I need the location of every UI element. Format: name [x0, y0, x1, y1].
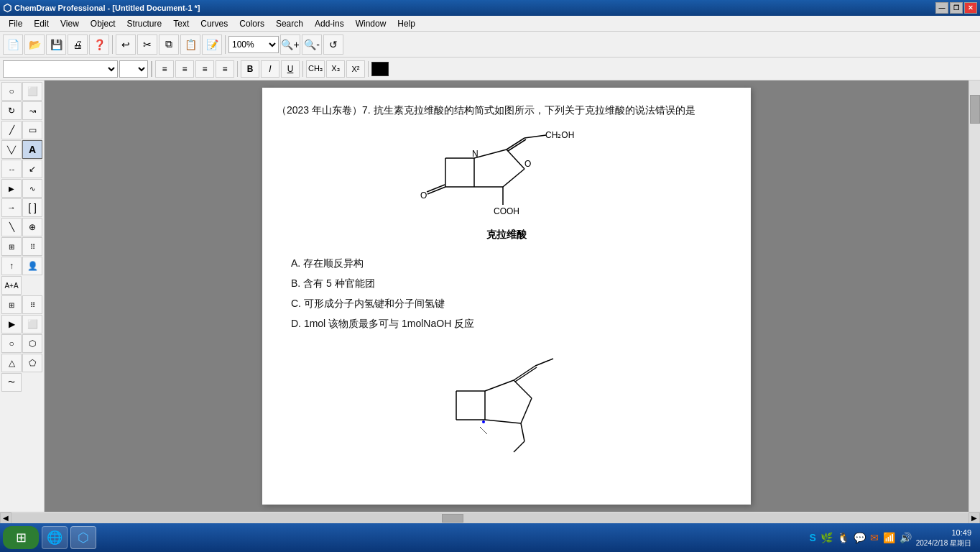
volume-tray-icon[interactable]: 🔊: [900, 532, 912, 543]
menu-structure[interactable]: Structure: [121, 17, 168, 30]
undo-button[interactable]: ↩: [116, 34, 136, 55]
save-button[interactable]: 💾: [46, 34, 66, 55]
menu-help[interactable]: Help: [392, 17, 421, 30]
browser-tray-icon[interactable]: 🌿: [820, 532, 833, 543]
title-text: ChemDraw Professional - [Untitled Docume…: [14, 4, 200, 12]
dots-tool[interactable]: ⠿: [22, 295, 42, 314]
skype-tray-icon[interactable]: S: [809, 532, 815, 543]
up-arrow-tool[interactable]: ↑: [1, 257, 22, 275]
selection-tool[interactable]: ○: [1, 82, 22, 101]
cd-taskbar-icon[interactable]: ⬡: [70, 526, 96, 549]
zoom-fit-button[interactable]: ↺: [323, 34, 343, 55]
toolbar-sep-1: [112, 35, 113, 54]
eraser-tool[interactable]: ▭: [22, 121, 42, 139]
pentagon-tool[interactable]: ⬠: [22, 354, 42, 372]
menu-text[interactable]: Text: [167, 17, 195, 30]
paste2-button[interactable]: 📝: [202, 34, 222, 55]
italic-button[interactable]: I: [261, 60, 279, 78]
zoom-out-button[interactable]: 🔍-: [302, 34, 322, 55]
underline-button[interactable]: U: [281, 60, 300, 78]
print-button[interactable]: 🖨: [68, 34, 88, 55]
second-molecule-container: [277, 348, 736, 463]
color-picker-button[interactable]: [371, 62, 389, 76]
option-c: C. 可形成分子内氢键和分子间氢键: [291, 293, 736, 313]
square-tool[interactable]: ⬜: [22, 315, 42, 334]
svg-text:O: O: [524, 159, 531, 169]
wechat-tray-icon[interactable]: 💬: [854, 532, 866, 543]
subscript-button[interactable]: X₂: [326, 60, 345, 78]
ie-taskbar-icon[interactable]: 🌐: [42, 526, 68, 549]
superscript-button[interactable]: X²: [346, 60, 365, 78]
zoom-in-button[interactable]: 🔍+: [280, 34, 300, 55]
lasso-tool[interactable]: ↝: [22, 101, 42, 120]
zoom-selector[interactable]: 50% 75% 100% 125% 150% 200%: [228, 36, 279, 53]
align-center-button[interactable]: ≡: [175, 60, 194, 78]
diagonal-tool[interactable]: ╲: [1, 218, 22, 236]
align-right-button[interactable]: ≡: [195, 60, 214, 78]
ch2-button[interactable]: CH₂: [306, 60, 325, 78]
chain-tool[interactable]: ╲╱: [1, 140, 22, 159]
canvas-area[interactable]: （2023 年山东卷）7. 抗生素克拉维酸的结构简式如图所示，下列关于克拉维酸的…: [45, 80, 969, 512]
arrow-tool[interactable]: →: [1, 198, 22, 217]
wedge-tool[interactable]: ▶: [1, 179, 22, 198]
document-page: （2023 年山东卷）7. 抗生素克拉维酸的结构简式如图所示，下列关于克拉维酸的…: [262, 88, 751, 505]
close-button[interactable]: ✕: [964, 2, 977, 14]
wavy-tool[interactable]: ∿: [22, 179, 42, 198]
mail-tray-icon[interactable]: ✉: [870, 532, 879, 543]
triangle-tool[interactable]: △: [1, 354, 22, 372]
bond-tool[interactable]: ╱: [1, 121, 22, 139]
grid-tool[interactable]: ⊞: [1, 237, 22, 256]
curve-tool[interactable]: ↙: [22, 160, 42, 178]
minimize-button[interactable]: —: [935, 2, 948, 14]
rectangle-select-tool[interactable]: ⬜: [22, 82, 42, 101]
menu-view[interactable]: View: [55, 17, 85, 30]
title-bar-controls: — ❐ ✕: [935, 2, 977, 14]
left-toolbar: ○ ⬜ ↻ ↝ ╱ ▭ ╲╱ A - - ↙ ▶ ∿ → [ ] ╲ ⊕: [0, 80, 45, 512]
menu-window[interactable]: Window: [350, 17, 392, 30]
justify-button[interactable]: ≡: [216, 60, 234, 78]
second-molecule-svg: [413, 348, 600, 463]
zoom-pan-tool[interactable]: ⊕: [22, 218, 42, 236]
svg-line-30: [521, 423, 524, 441]
menu-curves[interactable]: Curves: [195, 17, 234, 30]
wavy2-tool[interactable]: 〜: [1, 373, 22, 392]
signal-tray-icon[interactable]: 📶: [883, 532, 895, 543]
menu-bar: File Edit View Object Structure Text Cur…: [0, 16, 980, 32]
right-scrollbar[interactable]: [969, 80, 980, 512]
help-button[interactable]: ❓: [89, 34, 109, 55]
menu-colors[interactable]: Colors: [234, 17, 270, 30]
rotate-tool[interactable]: ↻: [1, 101, 22, 120]
bracket-tool[interactable]: [ ]: [22, 198, 42, 217]
start-button[interactable]: ⊞: [3, 526, 39, 549]
molecule-label: 克拉维酸: [277, 229, 736, 242]
svg-line-13: [507, 138, 524, 150]
cut-button[interactable]: ✂: [137, 34, 157, 55]
restore-button[interactable]: ❐: [950, 2, 963, 14]
menu-object[interactable]: Object: [85, 17, 121, 30]
bottom-scrollbar[interactable]: ◀ ▶: [0, 512, 980, 523]
new-button[interactable]: 📄: [3, 34, 23, 55]
play-tool[interactable]: ▶: [1, 315, 22, 334]
text-tool[interactable]: A: [22, 140, 42, 159]
person-tool[interactable]: 👤: [22, 257, 42, 275]
text-size-tool[interactable]: A+A: [1, 276, 22, 295]
taskbar-right: S 🌿 🐧 💬 ✉ 📶 🔊 10:49 2024/2/18 星期日: [809, 528, 977, 547]
hexagon-tool[interactable]: ⬡: [22, 334, 42, 353]
dashed-tool[interactable]: - -: [1, 160, 22, 178]
open-button[interactable]: 📂: [24, 34, 45, 55]
dot-grid-tool[interactable]: ⠿: [22, 237, 42, 256]
align-left-button[interactable]: ≡: [155, 60, 174, 78]
font-family-select[interactable]: [3, 60, 118, 78]
menu-edit[interactable]: Edit: [28, 17, 55, 30]
menu-search[interactable]: Search: [270, 17, 309, 30]
bold-button[interactable]: B: [241, 60, 259, 78]
circle-tool[interactable]: ○: [1, 334, 22, 353]
paste-button[interactable]: 📋: [180, 34, 200, 55]
copy-button[interactable]: ⧉: [159, 34, 179, 55]
menu-addins[interactable]: Add-ins: [309, 17, 350, 30]
font-size-select[interactable]: [119, 60, 148, 78]
qq-tray-icon[interactable]: 🐧: [837, 532, 849, 543]
grid2-tool[interactable]: ⊞: [1, 295, 22, 314]
menu-file[interactable]: File: [3, 17, 28, 30]
option-b: B. 含有 5 种官能团: [291, 273, 736, 293]
